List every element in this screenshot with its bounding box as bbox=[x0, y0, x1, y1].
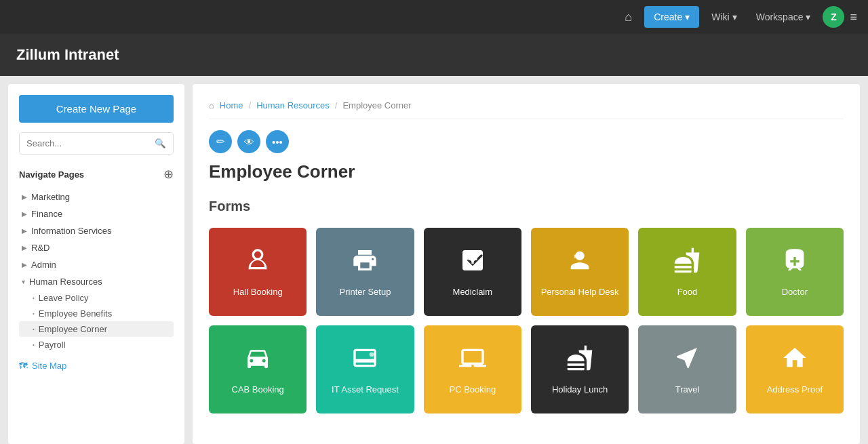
form-card-food[interactable]: Food bbox=[638, 228, 736, 316]
bullet-icon: • bbox=[33, 326, 35, 332]
form-card-it-asset-request[interactable]: IT Asset Request bbox=[316, 325, 414, 413]
brand-bar: Zillum Intranet bbox=[0, 34, 868, 76]
workspace-button[interactable]: Workspace ▾ bbox=[749, 6, 818, 28]
sidebar-item-rnd[interactable]: ▶ R&D bbox=[19, 239, 174, 256]
forms-section-title: Forms bbox=[209, 199, 844, 214]
arrow-icon: ▶ bbox=[22, 210, 27, 218]
create-new-page-button[interactable]: Create New Page bbox=[19, 95, 174, 123]
sitemap-label: Site Map bbox=[32, 361, 66, 371]
sidebar-subitem-payroll[interactable]: • Payroll bbox=[19, 337, 174, 352]
search-button[interactable]: 🔍 bbox=[148, 133, 173, 154]
breadcrumb-separator: / bbox=[249, 100, 252, 110]
sitemap-link[interactable]: 🗺 Site Map bbox=[19, 361, 174, 371]
sidebar-subitem-label: Leave Policy bbox=[39, 293, 89, 303]
travel-icon bbox=[673, 344, 701, 378]
sidebar-item-label: Information Services bbox=[31, 226, 112, 236]
brand-title: Zillum Intranet bbox=[16, 46, 852, 64]
form-card-label: Printer Setup bbox=[340, 287, 391, 297]
bullet-icon: • bbox=[33, 295, 35, 301]
form-card-printer-setup[interactable]: Printer Setup bbox=[316, 228, 414, 316]
sidebar-subitem-employee-corner[interactable]: • Employee Corner bbox=[19, 321, 174, 337]
arrow-icon: ▶ bbox=[22, 193, 27, 201]
sidebar-subitem-label: Employee Corner bbox=[39, 324, 107, 334]
printer-setup-icon bbox=[351, 247, 378, 280]
sidebar-item-label: Marketing bbox=[31, 192, 70, 202]
form-card-hall-booking[interactable]: Hall Booking bbox=[209, 228, 307, 316]
form-card-travel[interactable]: Travel bbox=[638, 325, 736, 413]
bullet-icon: • bbox=[33, 310, 35, 317]
breadcrumb-current: Employee Corner bbox=[342, 100, 411, 110]
home-button[interactable]: ⌂ bbox=[618, 6, 639, 28]
form-card-label: IT Asset Request bbox=[332, 384, 399, 395]
more-options-button[interactable]: ••• bbox=[266, 130, 289, 153]
breadcrumb-parent[interactable]: Human Resources bbox=[256, 100, 330, 110]
form-card-label: Personal Help Desk bbox=[541, 287, 619, 297]
forms-grid: Hall Booking Printer Setup Mediclaim bbox=[209, 228, 844, 413]
food-icon bbox=[673, 247, 701, 280]
form-card-label: Food bbox=[677, 287, 698, 297]
wiki-button[interactable]: Wiki ▾ bbox=[705, 6, 743, 28]
edit-button[interactable]: ✏ bbox=[209, 130, 232, 153]
form-card-doctor[interactable]: Doctor bbox=[746, 228, 844, 316]
svg-point-0 bbox=[370, 352, 374, 357]
sidebar-item-marketing[interactable]: ▶ Marketing bbox=[19, 188, 174, 205]
sidebar-subitem-leave-policy[interactable]: • Leave Policy bbox=[19, 290, 174, 306]
arrow-icon: ▶ bbox=[22, 227, 27, 235]
search-icon: 🔍 bbox=[155, 138, 166, 148]
add-nav-button[interactable]: ⊕ bbox=[163, 167, 174, 182]
view-button[interactable]: 👁 bbox=[237, 130, 260, 153]
sidebar-item-label: Human Resources bbox=[29, 277, 102, 287]
holiday-lunch-icon bbox=[566, 344, 593, 378]
form-card-label: Holiday Lunch bbox=[552, 384, 608, 395]
main-layout: Create New Page 🔍 Navigate Pages ⊕ ▶ Mar… bbox=[0, 76, 868, 444]
content-area: ⌂ Home / Human Resources / Employee Corn… bbox=[193, 84, 860, 444]
sidebar-item-admin[interactable]: ▶ Admin bbox=[19, 256, 174, 273]
sidebar-item-human-resources[interactable]: ▾ Human Resources bbox=[19, 273, 174, 290]
avatar[interactable]: Z bbox=[823, 6, 844, 28]
form-card-pc-booking[interactable]: PC Booking bbox=[424, 325, 521, 413]
action-buttons: ✏ 👁 ••• bbox=[209, 130, 844, 153]
sidebar-item-label: R&D bbox=[31, 243, 50, 253]
form-card-holiday-lunch[interactable]: Holiday Lunch bbox=[531, 325, 629, 413]
form-card-label: Address Proof bbox=[767, 384, 823, 395]
form-card-mediclaim[interactable]: Mediclaim bbox=[424, 228, 521, 316]
sidebar-item-label: Admin bbox=[31, 260, 56, 270]
form-card-personal-help-desk[interactable]: Personal Help Desk bbox=[531, 228, 629, 316]
arrow-icon: ▶ bbox=[22, 244, 27, 251]
personal-help-desk-icon bbox=[566, 247, 593, 280]
sidebar-item-label: Finance bbox=[31, 209, 62, 219]
sidebar-item-information-services[interactable]: ▶ Information Services bbox=[19, 222, 174, 239]
wiki-chevron-icon: ▾ bbox=[732, 12, 737, 22]
address-proof-icon bbox=[781, 344, 808, 378]
form-card-cab-booking[interactable]: CAB Booking bbox=[209, 325, 307, 413]
it-asset-request-icon bbox=[351, 344, 378, 378]
arrow-icon: ▾ bbox=[22, 278, 25, 285]
sidebar-subitem-employee-benefits[interactable]: • Employee Benefits bbox=[19, 306, 174, 321]
navigate-pages-header: Navigate Pages ⊕ bbox=[19, 167, 174, 182]
doctor-icon bbox=[781, 247, 808, 280]
sidebar-subitem-label: Payroll bbox=[39, 340, 66, 350]
search-box: 🔍 bbox=[19, 132, 174, 155]
form-card-address-proof[interactable]: Address Proof bbox=[746, 325, 844, 413]
page-title: Employee Corner bbox=[209, 161, 844, 182]
navigate-pages-label: Navigate Pages bbox=[19, 169, 84, 180]
create-button[interactable]: Create ▾ bbox=[644, 6, 699, 28]
form-card-label: Travel bbox=[675, 384, 700, 395]
search-input[interactable] bbox=[20, 133, 148, 154]
hamburger-menu-button[interactable]: ≡ bbox=[850, 10, 857, 24]
wiki-label: Wiki bbox=[711, 12, 729, 22]
sidebar-subitem-label: Employee Benefits bbox=[39, 308, 112, 319]
form-card-label: Hall Booking bbox=[233, 287, 283, 297]
home-icon: ⌂ bbox=[209, 100, 214, 110]
form-card-label: Doctor bbox=[782, 287, 808, 297]
breadcrumb-home[interactable]: Home bbox=[220, 100, 243, 110]
hall-booking-icon bbox=[244, 247, 271, 280]
sidebar-item-finance[interactable]: ▶ Finance bbox=[19, 205, 174, 222]
form-card-label: CAB Booking bbox=[232, 384, 284, 395]
workspace-chevron-icon: ▾ bbox=[806, 12, 810, 22]
arrow-icon: ▶ bbox=[22, 261, 27, 268]
breadcrumb-separator: / bbox=[335, 100, 338, 110]
bullet-icon: • bbox=[33, 342, 35, 348]
top-navigation: ⌂ Create ▾ Wiki ▾ Workspace ▾ Z ≡ bbox=[0, 0, 868, 34]
sidebar: Create New Page 🔍 Navigate Pages ⊕ ▶ Mar… bbox=[8, 84, 184, 444]
